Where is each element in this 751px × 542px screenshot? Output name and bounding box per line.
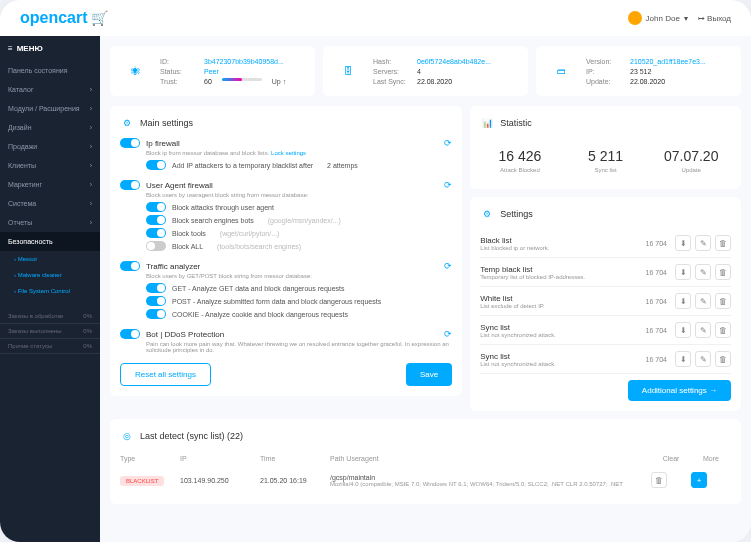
more-button[interactable]: + (691, 472, 707, 488)
logout-link[interactable]: ↦ Выход (698, 14, 731, 23)
delete-button[interactable]: 🗑 (651, 472, 667, 488)
sidebar-item-clients[interactable]: Клиенты› (0, 156, 100, 175)
setting-row: Sync listList not synchronized attack.16… (480, 316, 731, 345)
refresh-icon[interactable]: ⟳ (444, 138, 452, 148)
delete-button[interactable]: 🗑 (715, 351, 731, 367)
download-button[interactable]: ⬇ (675, 235, 691, 251)
sidebar-item-system[interactable]: Система› (0, 194, 100, 213)
sidebar-item-design[interactable]: Дизайн› (0, 118, 100, 137)
save-button[interactable]: Save (406, 363, 452, 386)
card-title: Statistic (500, 118, 532, 128)
bug-icon: 🕷 (120, 56, 150, 86)
edit-button[interactable]: ✎ (695, 351, 711, 367)
reset-button[interactable]: Reset all settings (120, 363, 211, 386)
info-card-version: 🗃 Version:210520_ad1ff18ee7e3... IP:23 5… (536, 46, 741, 96)
refresh-icon[interactable]: ⟳ (444, 329, 452, 339)
setting-row: Black listList blocked ip or network.16 … (480, 229, 731, 258)
setting-row: Temp black listTemporary list of blocked… (480, 258, 731, 287)
info-card-hash: 🗄 Hash:0e6f5724e8ab4b482e... Servers:4 L… (323, 46, 528, 96)
delete-button[interactable]: 🗑 (715, 293, 731, 309)
sidebar-item-marketing[interactable]: Маркетинг› (0, 175, 100, 194)
chevron-down-icon: ▾ (684, 14, 688, 23)
database-icon: 🗃 (546, 56, 576, 86)
sidebar-sub-messor[interactable]: › Messor (0, 251, 100, 267)
refresh-icon[interactable]: ⟳ (444, 180, 452, 190)
setting-row: Sync listList not synchronized attack.16… (480, 345, 731, 374)
stat-row: Заказы выполнены0% (0, 324, 100, 339)
download-button[interactable]: ⬇ (675, 351, 691, 367)
sidebar-sub-fs[interactable]: › File System Control (0, 283, 100, 299)
info-card-id: 🕷 ID:3b472307bb39b40958d... Status:Peer … (110, 46, 315, 96)
toggle-block-all[interactable] (146, 241, 166, 251)
toggle-post-analyze[interactable] (146, 296, 166, 306)
edit-button[interactable]: ✎ (695, 322, 711, 338)
toggle-ddos[interactable] (120, 329, 140, 339)
toggle-ua-firewall[interactable] (120, 180, 140, 190)
delete-button[interactable]: 🗑 (715, 235, 731, 251)
edit-button[interactable]: ✎ (695, 293, 711, 309)
server-icon: 🗄 (333, 56, 363, 86)
menu-header: ≡ МЕНЮ (0, 36, 100, 61)
lock-settings-link[interactable]: Lock settings (271, 150, 306, 156)
sidebar-sub-malware[interactable]: › Malware cleaner (0, 267, 100, 283)
toggle-block-attacks-ua[interactable] (146, 202, 166, 212)
download-button[interactable]: ⬇ (675, 322, 691, 338)
download-button[interactable]: ⬇ (675, 264, 691, 280)
download-button[interactable]: ⬇ (675, 293, 691, 309)
last-detect-card: ◎Last detect (sync list) (22) Type IP Ti… (110, 419, 741, 504)
trust-bar (222, 78, 262, 81)
chart-icon: 📊 (480, 116, 494, 130)
stat-row: Прочие статусы0% (0, 339, 100, 354)
user-menu[interactable]: John Doe ▾ (628, 11, 688, 25)
gear-icon: ⚙ (480, 207, 494, 221)
version-value[interactable]: 210520_ad1ff18ee7e3... (630, 58, 706, 65)
stat-card-update: 07.07.20Update (651, 138, 731, 183)
logo[interactable]: opencart🛒 (20, 9, 108, 27)
edit-button[interactable]: ✎ (695, 264, 711, 280)
scan-icon: ◎ (120, 429, 134, 443)
stat-row: Заказы в обработке0% (0, 309, 100, 324)
setting-row: White listList exclude of detect IP.16 7… (480, 287, 731, 316)
statistic-card: 📊Statistic 16 426Attack Blocked 5 211Syn… (470, 106, 741, 189)
toggle-get-analyze[interactable] (146, 283, 166, 293)
toggle-block-tools[interactable] (146, 228, 166, 238)
sidebar-item-sales[interactable]: Продажи› (0, 137, 100, 156)
sliders-icon: ⚙ (120, 116, 134, 130)
avatar (628, 11, 642, 25)
toggle-add-ip[interactable] (146, 160, 166, 170)
table-row: BLACKLIST 103.149.90.250 21.05.20 16:19 … (120, 466, 731, 494)
sidebar-item-reports[interactable]: Отчеты› (0, 213, 100, 232)
toggle-traffic-analyzer[interactable] (120, 261, 140, 271)
toggle-block-se-bots[interactable] (146, 215, 166, 225)
sidebar-item-catalog[interactable]: Каталог› (0, 80, 100, 99)
refresh-icon[interactable]: ⟳ (444, 261, 452, 271)
stat-card-sync: 5 211Sync list (566, 138, 646, 183)
toggle-ip-firewall[interactable] (120, 138, 140, 148)
sidebar-item-dashboard[interactable]: Панель состояния (0, 61, 100, 80)
cart-icon: 🛒 (91, 10, 108, 26)
type-badge: BLACKLIST (120, 476, 164, 486)
card-title: Last detect (sync list) (22) (140, 431, 243, 441)
settings-card: ⚙Settings Black listList blocked ip or n… (470, 197, 741, 411)
delete-button[interactable]: 🗑 (715, 264, 731, 280)
id-value[interactable]: 3b472307bb39b40958d... (204, 58, 284, 65)
sidebar-item-security[interactable]: Безопасность (0, 232, 100, 251)
hash-value[interactable]: 0e6f5724e8ab4b482e... (417, 58, 491, 65)
edit-button[interactable]: ✎ (695, 235, 711, 251)
delete-button[interactable]: 🗑 (715, 322, 731, 338)
sidebar: ≡ МЕНЮ Панель состояния Каталог› Модули … (0, 36, 100, 542)
stat-card-blocked: 16 426Attack Blocked (480, 138, 560, 183)
main-settings-card: ⚙Main settings Ip firewall⟳ Block ip fro… (110, 106, 462, 396)
card-title: Settings (500, 209, 533, 219)
toggle-cookie-analyze[interactable] (146, 309, 166, 319)
additional-settings-button[interactable]: Additional settings → (628, 380, 731, 401)
sidebar-item-modules[interactable]: Модули / Расширения› (0, 99, 100, 118)
card-title: Main settings (140, 118, 193, 128)
